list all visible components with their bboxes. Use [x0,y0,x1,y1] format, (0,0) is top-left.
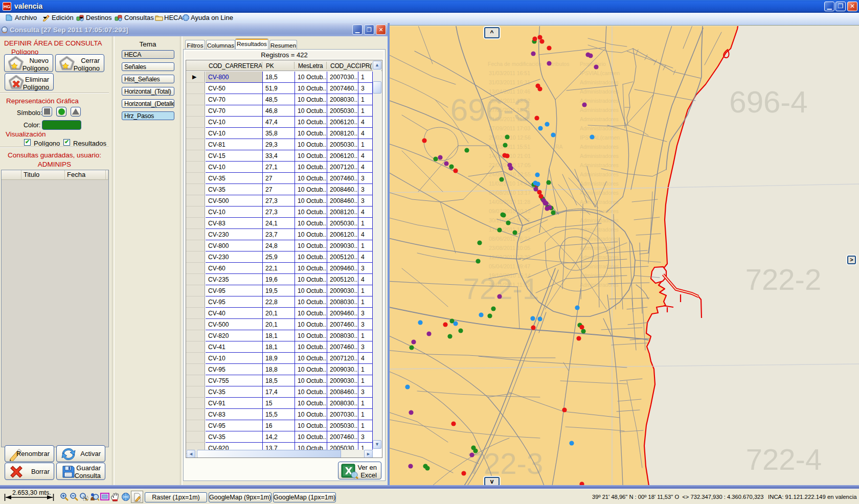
svg-text:11/02/2010 14:31: 11/02/2010 14:31 [489,180,530,187]
svg-text:Administradores: Administradores [580,236,619,242]
svg-text:08/06/2011 16:22: 08/06/2011 16:22 [489,236,530,242]
svg-text:RA: RA [555,144,563,150]
svg-text:Administradores: Administradores [580,116,619,122]
svg-text:Administradores: Administradores [580,153,619,159]
svg-text:722-4: 722-4 [746,443,822,476]
svg-text:Administradores: Administradores [580,180,619,187]
svg-text:722-3: 722-3 [467,447,543,480]
svg-text:14/03/2010 21:01: 14/03/2010 21:01 [489,153,531,159]
svg-text:23/08/2011 10:05: 23/08/2011 10:05 [489,245,530,251]
svg-text:17/01/2011 12:40: 17/01/2011 12:40 [489,226,530,233]
svg-text:14/05/2010 11:28: 14/05/2010 11:28 [489,199,530,205]
svg-text:13/04/2011 10:46: 13/04/2011 10:46 [489,88,530,95]
svg-text:27/05/2011 13:41: 27/05/2011 13:41 [489,107,530,113]
svg-text:24/09/2010 12:55: 24/09/2010 12:55 [489,171,531,177]
svg-text:Administradores: Administradores [580,217,619,223]
svg-text:722-2: 722-2 [745,263,821,296]
svg-text:31/03/2011 16:31: 31/03/2011 16:31 [489,79,530,85]
svg-text:05/04/2011 09:47: 05/04/2011 09:47 [489,263,530,269]
svg-text:Administradores: Administradores [580,263,619,269]
svg-text:25/02/2010 12:56: 25/02/2010 12:56 [489,134,531,141]
svg-text:Administradores: Administradores [580,144,619,150]
svg-text:Fecha de modificación: Fecha de modificación [488,61,541,67]
svg-text:Administradores: Administradores [580,226,619,233]
svg-text:696-4: 696-4 [729,85,807,119]
svg-text:IPSVIAL(carmen: IPSVIAL(carmen [580,70,620,76]
svg-text:Administradores: Administradores [580,107,619,113]
svg-text:Administradores: Administradores [580,79,619,85]
svg-text:Propietario: Propietario [580,61,606,67]
svg-text:IPSVIAL(carmen: IPSVIAL(carmen [580,134,620,141]
svg-text:22/03/2011 15:51: 22/03/2011 15:51 [489,144,530,150]
svg-text:25/04/2011 13:52: 25/04/2011 13:52 [489,98,530,104]
svg-text:Administradores: Administradores [580,171,619,177]
svg-text:09/07/2010 10:12: 09/07/2010 10:12 [489,208,531,214]
svg-text:21/06/2011 11:18: 21/06/2011 11:18 [489,116,530,122]
svg-text:28/01/2011 11:03: 28/01/2011 11:03 [489,282,530,288]
svg-text:31/03/2011 16:51: 31/03/2011 16:51 [489,70,530,76]
svg-text:Administradores: Administradores [580,190,619,196]
svg-text:Administradores: Administradores [580,162,619,168]
svg-text:27/09/2011 17:03: 27/09/2011 17:03 [489,125,530,131]
svg-text:Administradores: Administradores [580,88,619,95]
